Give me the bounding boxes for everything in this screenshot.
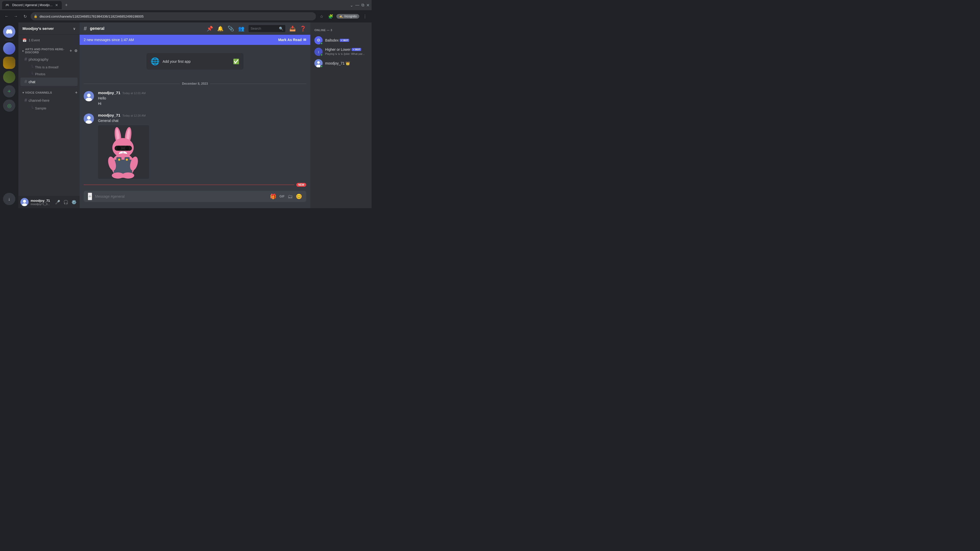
channel-channel-here[interactable]: # channel-here [21,96,78,105]
add-voice-channel-button[interactable]: + [75,90,78,95]
close-window-icon[interactable]: ✕ [366,3,369,8]
notification-icon[interactable]: 🔔 [217,25,224,32]
category-voice-header[interactable]: ▾ VOICE CHANNELS + [18,86,80,96]
message-author-1[interactable]: moodjoy_71 [98,91,121,95]
online-section-header: ONLINE — 3 [312,27,369,34]
channel-chat[interactable]: # chat [21,78,78,86]
server-icon-1[interactable] [3,42,15,55]
thread-sample[interactable]: └ Sample [21,105,78,111]
ballsdex-name: Ballsdex [325,38,339,42]
headset-button[interactable]: 🎧 [62,198,69,206]
thread-line-icon-2: └ [30,72,33,76]
calendar-icon: 📅 [22,38,27,42]
mark-as-read-button[interactable]: Mark As Read ✉ [278,38,306,42]
channel-photography[interactable]: # photography [21,55,78,64]
hol-bot-badge: ✓ BOT [352,48,361,51]
message-text-1: Hello Hi [98,96,306,106]
message-content-2: moodjoy_71 Today at 12:26 AM General cha… [98,113,306,179]
explore-servers-button[interactable]: ◎ [3,100,15,112]
ballsdex-status-indicator [320,42,323,44]
thread-this-is-a-thread[interactable]: └ This is a thread! [21,64,78,70]
date-line-right [210,84,306,84]
footer-controls: 🎤 🎧 ⚙️ [54,198,78,206]
threads-icon[interactable]: 📌 [207,25,213,32]
thread-label-1: This is a thread! [35,65,59,69]
hol-status-indicator [320,54,323,56]
input-icons: 🎁 GIF 🗂 😊 [270,193,302,200]
minimize-icon[interactable]: — [355,3,360,7]
server-name: Moodjoy's server [22,26,73,30]
active-tab[interactable]: 🎮 Discord | #general | Moodjoy's... ✕ [2,1,62,9]
message-timestamp-1: Today at 12:01 AM [123,92,146,95]
message-author-2[interactable]: moodjoy_71 [98,113,121,118]
refresh-button[interactable]: ↻ [21,13,29,20]
settings-icon[interactable]: ⚙ [74,49,78,53]
new-messages-text: 2 new messages since 1:47 AM [84,38,134,42]
mark-read-label: Mark As Read [278,38,302,42]
add-server-button[interactable]: + [3,85,15,97]
server-icon-2[interactable] [3,57,15,69]
server-icon-3[interactable] [3,71,15,83]
restore-icon[interactable]: ⧉ [361,3,364,7]
user-settings-button[interactable]: ⚙️ [70,198,78,206]
mute-microphone-button[interactable]: 🎤 [54,198,61,206]
crown-icon: 👑 [345,61,350,65]
category-arts-header[interactable]: ▸ Arts and Photos Here-Discord + ⚙ [18,44,80,55]
tab-title: Discord | #general | Moodjoy's... [12,3,53,7]
tab-close-button[interactable]: ✕ [55,3,59,7]
url-bar[interactable]: 🔒 discord.com/channels/11823468517819843… [30,12,316,21]
help-icon[interactable]: ❓ [300,25,306,32]
new-tab-button[interactable]: + [63,2,70,9]
search-bar[interactable]: Search 🔍 [248,25,285,32]
category-arts-label: Arts and Photos Here-Discord [25,48,68,54]
messages-area: 2 new messages since 1:47 AM Mark As Rea… [80,35,310,191]
svg-point-24 [118,159,120,161]
thread-line-icon-3: └ [30,106,33,110]
add-channel-button[interactable]: + [70,48,72,53]
user-panel: moodjoy_71 moodjoy71_0... 🎤 🎧 ⚙️ [18,196,80,208]
svg-point-15 [116,146,121,151]
app-globe-icon: 🌐 [151,57,159,65]
extension-icon[interactable]: 🧩 [327,13,334,20]
hash-icon-voice: # [24,98,27,103]
inbox-icon[interactable]: 📥 [290,25,296,32]
svg-point-7 [87,116,91,120]
member-moodjoy[interactable]: moodjoy_71 👑 [312,58,369,69]
member-ballsdex[interactable]: ⚙ Ballsdex ✓ BOT [312,35,369,46]
download-discord-button[interactable]: ↓ [3,193,15,205]
chrome-menu-icon[interactable]: ⋮ [361,13,369,20]
event-item[interactable]: 📅 1 Event [18,37,80,44]
emoji-icon[interactable]: 😊 [296,193,302,200]
message-text-2: General chat [98,118,306,123]
category-voice-label: VOICE CHANNELS [25,91,52,94]
thread-photos[interactable]: └ Photos [21,71,78,77]
message-input[interactable] [95,194,267,198]
sticker-icon[interactable]: 🗂 [288,194,293,200]
event-label: 1 Event [29,38,40,42]
forward-button[interactable]: → [12,13,19,20]
pinned-messages-icon[interactable]: 📎 [228,25,234,32]
svg-point-4 [87,94,91,97]
svg-rect-23 [124,157,130,165]
checkmark-icon: ✅ [233,59,239,65]
hash-icon: # [24,57,27,62]
attach-button[interactable]: + [88,192,92,200]
gif-icon[interactable]: GIF [280,195,285,198]
svg-rect-22 [116,157,121,165]
message-header-1: moodjoy_71 Today at 12:01 AM [98,91,306,95]
server-separator [5,40,13,40]
sidebar-content: 📅 1 Event ▸ Arts and Photos Here-Discord… [18,35,80,196]
members-list-icon[interactable]: 👥 [238,25,245,32]
members-sidebar: ONLINE — 3 ⚙ Ballsdex ✓ BOT ↕ [310,22,372,208]
member-higher-or-lower[interactable]: ↕ Higher or Lower ✓ BOT Playing น น น /j… [312,46,369,58]
tab-list-icon[interactable]: ⌄ [350,3,353,8]
home-button[interactable] [3,25,15,38]
server-header[interactable]: Moodjoy's server ∨ [18,22,80,35]
moodjoy-status-indicator [320,65,323,68]
back-button[interactable]: ← [3,13,10,20]
svg-point-35 [317,61,320,64]
date-separator: December 8, 2023 [80,78,310,89]
new-messages-banner: 2 new messages since 1:47 AM Mark As Rea… [80,35,310,45]
bookmark-star-icon[interactable]: ☆ [318,13,325,20]
gift-icon[interactable]: 🎁 [270,193,277,200]
